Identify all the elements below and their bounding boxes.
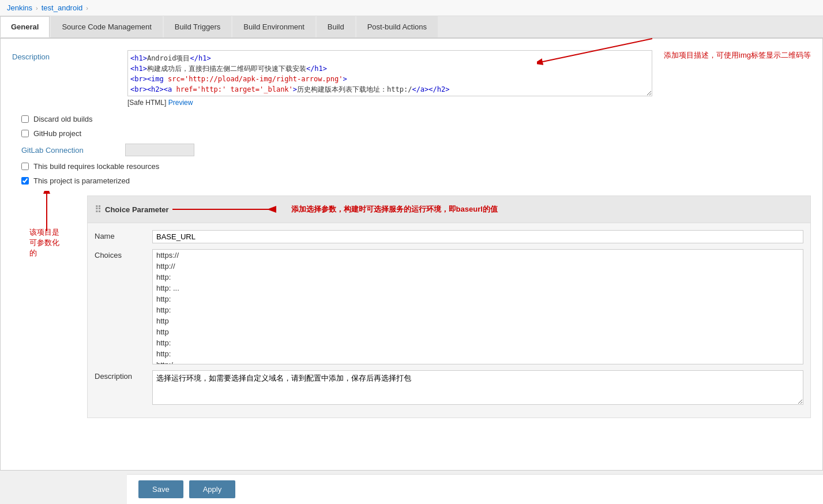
choice-item-7: http — [153, 326, 803, 337]
gitlab-connection-row: GitLab Connection — [12, 144, 811, 156]
cp-description-label: Description — [95, 370, 152, 381]
choice-parameter-header: ⠿ Choice Parameter 添加选择参数，构建时可选择服务的运行环境，… — [88, 196, 810, 223]
svg-line-1 — [543, 39, 652, 62]
github-project-row: GitHub project — [12, 129, 811, 138]
breadcrumb-sep2: › — [86, 5, 88, 12]
choice-item-1: http:// — [153, 261, 803, 272]
description-annotation: 添加项目描述，可使用img标签显示二维码等 — [664, 50, 811, 61]
breadcrumb-project[interactable]: test_android — [42, 3, 83, 12]
description-tip-text: 添加项目描述，可使用img标签显示二维码等 — [664, 51, 811, 59]
choice-arrow-svg — [172, 201, 288, 218]
discard-old-builds-checkbox[interactable] — [21, 115, 29, 123]
preview-link[interactable]: Preview — [168, 99, 193, 107]
choices-scroll-area[interactable]: https:// http:// http: http: ... http: h… — [152, 249, 803, 364]
description-arrow-svg — [537, 33, 652, 67]
choice-item-8: http: — [153, 337, 803, 348]
cp-name-row: Name — [95, 230, 803, 243]
tab-general[interactable]: General — [0, 16, 50, 37]
gitlab-label: GitLab Connection — [21, 146, 125, 155]
choice-parameter-section: ⠿ Choice Parameter 添加选择参数，构建时可选择服务的运行环境，… — [87, 195, 811, 418]
safe-html-row: [Safe HTML] Preview — [127, 99, 652, 107]
breadcrumb-jenkins[interactable]: Jenkins — [7, 3, 32, 12]
discard-old-builds-label: Discard old builds — [33, 115, 93, 123]
github-project-label: GitHub project — [33, 129, 81, 138]
gitlab-input[interactable] — [125, 144, 194, 156]
choice-parameter-body: Name Choices https:// http:// http: — [88, 223, 810, 418]
cp-name-label: Name — [95, 230, 152, 240]
tab-scm[interactable]: Source Code Management — [51, 16, 162, 37]
param-tip-text: 该项目是可参数化的 — [29, 228, 59, 257]
choice-item-5: http: — [153, 304, 803, 315]
param-arrow-area: 该项目是可参数化的 — [29, 191, 64, 237]
drag-handle-icon[interactable]: ⠿ — [95, 204, 102, 215]
breadcrumb-sep1: › — [36, 5, 38, 12]
tabs-bar: General Source Code Management Build Tri… — [0, 16, 823, 38]
choice-item-10: http:/ — [153, 359, 803, 364]
discard-old-builds-row: Discard old builds — [12, 115, 811, 123]
parameterized-row: This project is parameterized — [12, 176, 811, 185]
param-tip: 该项目是可参数化的 — [29, 227, 64, 258]
choice-parameter-title: Choice Parameter — [105, 205, 169, 214]
choice-item-6: http — [153, 315, 803, 326]
github-project-checkbox[interactable] — [21, 130, 29, 137]
choice-item-0: https:// — [153, 250, 803, 261]
lockable-resources-label: This build requires lockable resources — [33, 162, 159, 171]
tab-build-environment[interactable]: Build Environment — [232, 16, 315, 37]
lockable-resources-checkbox[interactable] — [21, 163, 29, 170]
cp-description-textarea[interactable]: 选择运行环境，如需要选择自定义域名，请到配置中添加，保存后再选择打包 — [152, 370, 803, 405]
parameterized-annotation-area: 该项目是可参数化的 ⠿ Choice Parameter — [29, 191, 811, 418]
tab-build-triggers[interactable]: Build Triggers — [164, 16, 231, 37]
cp-choices-row: Choices https:// http:// http: http: ...… — [95, 249, 803, 364]
description-row: Description <h1> Android项目</h1> <h1>构建成功… — [12, 50, 811, 107]
breadcrumb: Jenkins › test_android › — [0, 0, 823, 16]
button-bar: Save Apply — [127, 474, 823, 504]
main-content: Description <h1> Android项目</h1> <h1>构建成功… — [0, 38, 823, 471]
choice-item-4: http: — [153, 294, 803, 304]
tab-post-build[interactable]: Post-build Actions — [356, 16, 438, 37]
content-wrapper: General Source Code Management Build Tri… — [0, 16, 823, 504]
save-button[interactable]: Save — [138, 480, 183, 498]
safe-html-label: [Safe HTML] — [127, 99, 166, 107]
choice-item-9: http: — [153, 348, 803, 359]
parameterized-checkbox[interactable] — [21, 177, 29, 185]
lockable-resources-row: This build requires lockable resources — [12, 162, 811, 171]
apply-button[interactable]: Apply — [189, 480, 236, 498]
cp-name-input[interactable] — [152, 230, 803, 243]
choice-item-2: http: — [153, 272, 803, 283]
choice-tip-text: 添加选择参数，构建时可选择服务的运行环境，即baseurl的值 — [291, 204, 498, 215]
cp-choices-label: Choices — [95, 249, 152, 259]
cp-description-row: Description 选择运行环境，如需要选择自定义域名，请到配置中添加，保存… — [95, 370, 803, 405]
description-label: Description — [12, 50, 127, 61]
choice-item-3: http: ... — [153, 283, 803, 294]
tab-build[interactable]: Build — [317, 16, 355, 37]
parameterized-label: This project is parameterized — [33, 176, 130, 185]
